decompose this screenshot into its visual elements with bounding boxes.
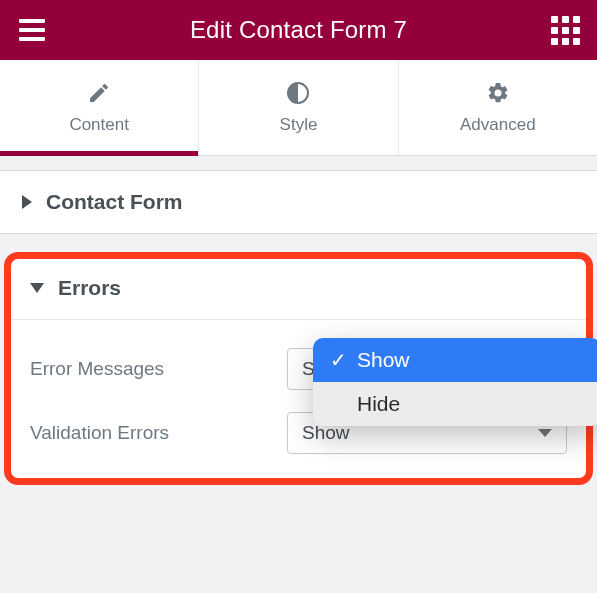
control-label: Validation Errors bbox=[30, 422, 169, 444]
option-label: Hide bbox=[357, 392, 400, 416]
option-show[interactable]: ✓ Show bbox=[313, 338, 597, 382]
menu-icon[interactable] bbox=[18, 16, 46, 44]
caret-right-icon bbox=[22, 195, 32, 209]
section-errors: Errors Error Messages Show ✓ Show ✓ H bbox=[8, 256, 589, 481]
tab-label: Advanced bbox=[460, 115, 536, 135]
section-title: Errors bbox=[58, 276, 121, 300]
tab-label: Style bbox=[280, 115, 318, 135]
header: Edit Contact Form 7 bbox=[0, 0, 597, 60]
option-hide[interactable]: ✓ Hide bbox=[313, 382, 597, 426]
tab-advanced[interactable]: Advanced bbox=[398, 60, 597, 155]
tabs: Content Style Advanced bbox=[0, 60, 597, 156]
apps-icon[interactable] bbox=[551, 16, 579, 44]
page-title: Edit Contact Form 7 bbox=[190, 16, 407, 44]
section-toggle-errors[interactable]: Errors bbox=[8, 257, 589, 319]
caret-down-icon bbox=[30, 283, 44, 293]
tab-style[interactable]: Style bbox=[198, 60, 397, 155]
pencil-icon bbox=[87, 81, 111, 105]
section-contact-form: Contact Form bbox=[0, 170, 597, 234]
check-icon: ✓ bbox=[325, 348, 351, 372]
section-toggle-contact-form[interactable]: Contact Form bbox=[0, 171, 597, 233]
highlight-frame: Errors Error Messages Show ✓ Show ✓ H bbox=[0, 248, 597, 489]
gear-icon bbox=[486, 81, 510, 105]
error-messages-dropdown: ✓ Show ✓ Hide bbox=[313, 338, 597, 426]
tab-label: Content bbox=[69, 115, 129, 135]
control-label: Error Messages bbox=[30, 358, 164, 380]
tab-content[interactable]: Content bbox=[0, 60, 198, 155]
option-label: Show bbox=[357, 348, 410, 372]
contrast-icon bbox=[286, 81, 310, 105]
section-title: Contact Form bbox=[46, 190, 183, 214]
control-error-messages: Error Messages Show ✓ Show ✓ Hide bbox=[30, 348, 567, 390]
chevron-down-icon bbox=[538, 429, 552, 437]
